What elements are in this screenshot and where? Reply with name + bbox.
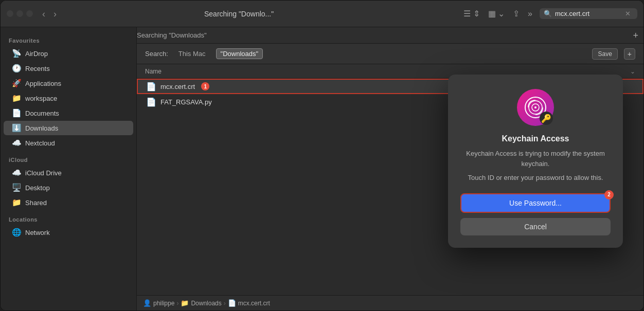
sidebar-item-label-nextcloud: Nextcloud [25, 139, 55, 147]
search-scope-prefix: Search: [145, 50, 168, 58]
sort-icon[interactable]: ⌄ [630, 68, 635, 75]
sidebar-item-network[interactable]: 🌐 Network [4, 225, 133, 240]
desktop-icon: 🖥️ [12, 183, 21, 192]
file-icon-cert: 📄 [146, 82, 156, 92]
use-password-label: Use Password... [509, 199, 562, 207]
fingerprint-icon: 🔑 [517, 89, 554, 126]
file-name-py: FAT_RGSAVA.py [160, 98, 212, 106]
airdrop-icon: 📡 [12, 49, 21, 58]
breadcrumb-sep-1: › [176, 300, 178, 307]
scope-this-mac-button[interactable]: This Mac [174, 48, 210, 59]
search-clear-icon[interactable]: ✕ [625, 10, 631, 17]
cert-file-icon: 📄 [228, 299, 236, 307]
sidebar-item-shared[interactable]: 📁 Shared [4, 195, 133, 210]
sidebar-item-nextcloud[interactable]: ☁️ Nextcloud [4, 136, 133, 150]
save-search-button[interactable]: Save [592, 48, 617, 60]
recents-icon: 🕐 [12, 64, 21, 73]
applications-icon: 🚀 [12, 79, 21, 88]
add-criteria-button[interactable]: + [624, 48, 635, 60]
dialog-btn-badge: 2 [604, 190, 614, 199]
icloud-drive-icon: ☁️ [12, 168, 21, 177]
sidebar-item-label-downloads: Downloads [25, 124, 58, 132]
file-badge-1: 1 [201, 82, 209, 90]
top-section-label: Searching "Downloads" [137, 31, 207, 39]
sidebar-section-icloud: iCloud [1, 151, 136, 165]
status-bar: 👤 philippe › 📁 Downloads › 📄 mcx.cert.cr… [137, 295, 643, 310]
sidebar-item-documents[interactable]: 📄 Documents [4, 106, 133, 120]
sidebar-item-label-airdrop: AirDrop [25, 50, 48, 58]
top-section-bar: Searching "Downloads" + [137, 27, 643, 44]
dialog-title: Keychain Access [502, 134, 569, 143]
sidebar-item-label-icloud-drive: iCloud Drive [25, 169, 62, 177]
cancel-button[interactable]: Cancel [460, 218, 611, 235]
sidebar-item-label-desktop: Desktop [25, 184, 50, 192]
use-password-button[interactable]: Use Password... 2 [460, 193, 611, 213]
grid-view-button[interactable]: ▦ ⌄ [485, 7, 508, 21]
dialog-body2: Touch ID or enter your password to allow… [468, 173, 603, 183]
sidebar-item-recents[interactable]: 🕐 Recents [4, 61, 133, 76]
keychain-dialog: 🔑 Keychain Access Keychain Access is try… [448, 75, 623, 248]
svg-point-3 [534, 106, 536, 108]
sidebar: Favourites 📡 AirDrop 🕐 Recents 🚀 Applica… [1, 27, 137, 310]
file-icon-py: 📄 [146, 97, 156, 107]
sidebar-item-airdrop[interactable]: 📡 AirDrop [4, 46, 133, 61]
share-button[interactable]: ⇪ [510, 7, 523, 21]
sidebar-item-desktop[interactable]: 🖥️ Desktop [4, 180, 133, 195]
sidebar-item-label-network: Network [25, 229, 50, 236]
scope-downloads-button[interactable]: "Downloads" [216, 48, 263, 59]
toolbar-icons: ☰ ⇕ ▦ ⌄ ⇪ » [460, 7, 535, 21]
close-button[interactable] [7, 10, 13, 17]
sidebar-item-icloud-drive[interactable]: ☁️ iCloud Drive [4, 166, 133, 180]
file-name-cert: mcx.cert.crt [160, 83, 195, 90]
shared-icon: 📁 [12, 198, 21, 207]
sidebar-item-downloads[interactable]: ⬇️ Downloads [4, 121, 133, 135]
breadcrumb-label-downloads: Downloads [191, 300, 221, 307]
search-scope-bar: Search: This Mac "Downloads" Save + [137, 44, 643, 64]
breadcrumb-sep-2: › [224, 300, 226, 307]
titlebar: ‹ › Searching "Downlo..." ☰ ⇕ ▦ ⌄ ⇪ » 🔍 … [1, 1, 643, 27]
more-button[interactable]: » [525, 7, 535, 21]
workspace-icon: 📁 [12, 94, 21, 103]
breadcrumb-user[interactable]: 👤 philippe [143, 299, 174, 307]
sidebar-item-workspace[interactable]: 📁 workspace [4, 91, 133, 105]
add-tab-button[interactable]: + [628, 30, 643, 41]
sidebar-item-applications[interactable]: 🚀 Applications [4, 76, 133, 90]
search-input[interactable] [555, 10, 622, 17]
window-title: Searching "Downlo..." [22, 10, 456, 18]
search-bar[interactable]: 🔍 ✕ [540, 8, 637, 19]
downloads-folder-icon: 📁 [181, 299, 189, 307]
network-icon: 🌐 [12, 228, 21, 237]
breadcrumb-file[interactable]: 📄 mcx.cert.crt [228, 299, 270, 307]
nextcloud-icon: ☁️ [12, 138, 21, 148]
sidebar-section-favourites: Favourites [1, 31, 136, 46]
sidebar-item-label-recents: Recents [25, 65, 50, 72]
sidebar-item-label-documents: Documents [25, 109, 59, 117]
sidebar-item-label-shared: Shared [25, 199, 47, 207]
dialog-icon: 🔑 [517, 89, 554, 126]
breadcrumb-label-file: mcx.cert.crt [238, 300, 270, 307]
list-view-button[interactable]: ☰ ⇕ [460, 7, 482, 21]
documents-icon: 📄 [12, 108, 21, 118]
sidebar-item-label-workspace: workspace [25, 95, 57, 102]
sidebar-section-locations: Locations [1, 210, 136, 225]
dialog-body1: Keychain Access is trying to modify the … [460, 149, 611, 169]
key-badge-icon: 🔑 [540, 112, 553, 125]
search-icon: 🔍 [544, 10, 552, 17]
column-name: Name [145, 68, 630, 75]
downloads-icon: ⬇️ [12, 123, 21, 133]
breadcrumb-downloads[interactable]: 📁 Downloads [181, 299, 221, 307]
user-folder-icon: 👤 [143, 299, 151, 307]
sidebar-item-label-applications: Applications [25, 80, 61, 87]
breadcrumb-label-user: philippe [153, 300, 174, 307]
